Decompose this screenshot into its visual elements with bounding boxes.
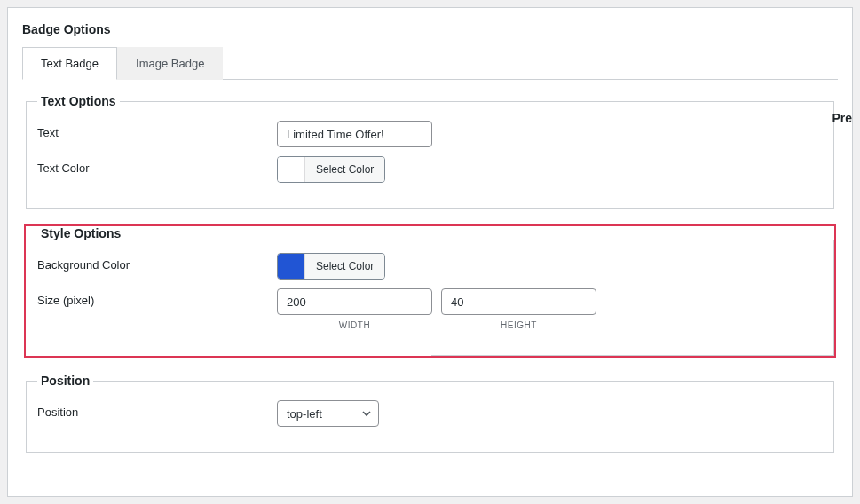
bg-color-swatch [278, 254, 304, 279]
text-label: Text [37, 121, 277, 139]
style-options-legend: Style Options [37, 226, 124, 240]
size-row: Size (pixel) WIDTH HEIGHT [37, 288, 823, 330]
width-sublabel: WIDTH [339, 320, 370, 330]
text-color-control: Select Color [277, 156, 385, 183]
position-select-wrap: top-left [277, 400, 379, 427]
position-row: Position top-left [37, 400, 823, 427]
text-options-fieldset: Text Options Text Text Color Select Colo… [26, 94, 834, 209]
tab-image-badge[interactable]: Image Badge [117, 47, 223, 80]
preview-label: Pre [832, 111, 852, 125]
tabs: Text Badge Image Badge [22, 47, 838, 80]
text-color-label: Text Color [37, 156, 277, 175]
tab-content: Text Options Text Text Color Select Colo… [8, 80, 852, 484]
width-group: WIDTH [277, 288, 432, 330]
position-legend: Position [37, 374, 93, 388]
text-color-swatch [278, 157, 304, 182]
bg-color-row: Background Color Select Color [37, 253, 823, 280]
width-input[interactable] [277, 288, 432, 315]
size-control: WIDTH HEIGHT [277, 288, 596, 330]
bg-color-select-button[interactable]: Select Color [304, 254, 384, 279]
text-options-legend: Text Options [37, 94, 120, 108]
bg-color-label: Background Color [37, 253, 277, 272]
position-label: Position [37, 400, 277, 419]
position-fieldset: Position Position top-left [26, 374, 834, 453]
text-color-row: Text Color Select Color [37, 156, 823, 183]
bg-color-control: Select Color [277, 253, 385, 280]
panel-header: Badge Options [8, 8, 852, 47]
text-color-select-button[interactable]: Select Color [304, 157, 384, 182]
style-options-fieldset: Style Options Background Color Select Co… [26, 226, 834, 356]
bg-color-picker[interactable]: Select Color [277, 253, 385, 280]
badge-options-panel: Badge Options Text Badge Image Badge Tex… [7, 7, 853, 497]
size-label: Size (pixel) [37, 288, 277, 307]
position-select[interactable]: top-left [277, 400, 379, 427]
text-row: Text [37, 121, 823, 147]
height-sublabel: HEIGHT [501, 320, 537, 330]
tab-text-badge[interactable]: Text Badge [22, 47, 117, 80]
size-inputs: WIDTH HEIGHT [277, 288, 596, 330]
position-control: top-left [277, 400, 379, 427]
text-input[interactable] [277, 121, 432, 147]
panel-title: Badge Options [22, 22, 838, 36]
text-color-picker[interactable]: Select Color [277, 156, 385, 183]
height-group: HEIGHT [441, 288, 596, 330]
height-input[interactable] [441, 288, 596, 315]
text-control [277, 121, 432, 147]
